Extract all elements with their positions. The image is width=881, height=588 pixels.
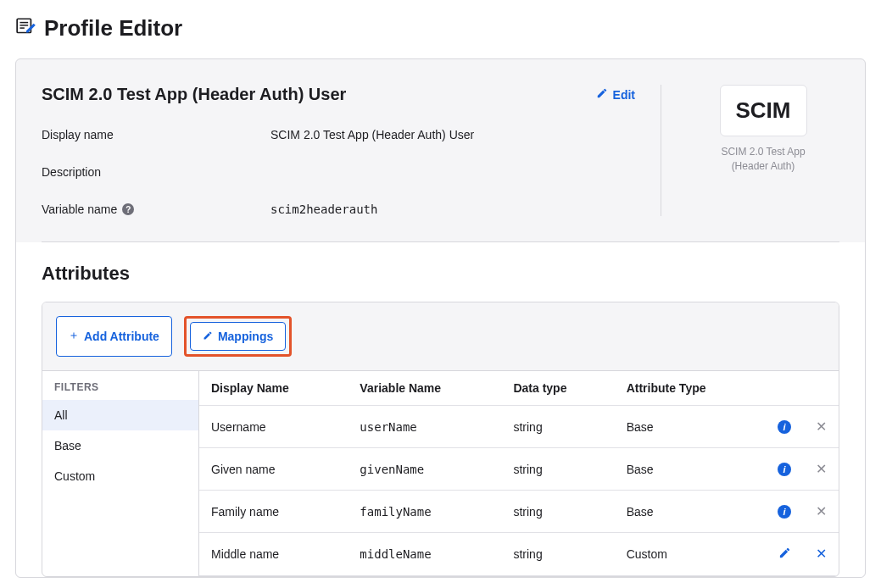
edit-profile-button[interactable]: Edit: [596, 87, 635, 102]
cell-display-name: Given name: [199, 448, 348, 491]
attributes-table: Display Name Variable Name Data type Att…: [199, 371, 839, 576]
col-data-type: Data type: [501, 371, 614, 406]
pencil-icon: [203, 330, 213, 343]
cell-variable-name: middleName: [348, 533, 501, 576]
description-label: Description: [42, 165, 270, 179]
app-logo: SCIM: [720, 85, 807, 136]
info-icon[interactable]: i: [778, 463, 791, 476]
pencil-icon: [596, 87, 608, 102]
close-icon[interactable]: ✕: [816, 547, 827, 561]
variable-name-label: Variable name ?: [42, 202, 270, 216]
info-icon[interactable]: i: [778, 505, 791, 519]
profile-card: SCIM 2.0 Test App (Header Auth) User Edi…: [15, 58, 866, 578]
cell-display-name: Middle name: [199, 533, 348, 576]
cell-attribute-type: Custom: [615, 533, 766, 576]
attributes-heading: Attributes: [42, 263, 839, 285]
pencil-icon[interactable]: [778, 546, 791, 559]
filter-base[interactable]: Base: [42, 430, 198, 461]
table-row[interactable]: Given namegivenNamestringBasei✕: [199, 448, 839, 491]
display-name-value: SCIM 2.0 Test App (Header Auth) User: [270, 128, 635, 141]
page-title: Profile Editor: [44, 15, 182, 42]
filters-label: FILTERS: [42, 371, 198, 400]
attributes-toolbar: Add Attribute Mappings: [42, 302, 839, 371]
close-icon[interactable]: ✕: [816, 463, 827, 476]
cell-display-name: Family name: [199, 491, 348, 533]
filters-sidebar: FILTERS All Base Custom: [42, 371, 199, 576]
table-row[interactable]: Family namefamilyNamestringBasei✕: [199, 491, 839, 533]
col-attribute-type: Attribute Type: [615, 371, 766, 406]
profile-summary: SCIM 2.0 Test App (Header Auth) User Edi…: [16, 59, 865, 241]
filter-custom[interactable]: Custom: [42, 461, 198, 491]
page-header: Profile Editor: [15, 15, 866, 42]
mappings-button[interactable]: Mappings: [190, 322, 286, 351]
col-display-name: Display Name: [199, 371, 348, 406]
table-row[interactable]: Middle namemiddleNamestringCustom✕: [199, 533, 839, 576]
edit-label: Edit: [613, 88, 635, 102]
close-icon[interactable]: ✕: [816, 505, 827, 519]
profile-heading: SCIM 2.0 Test App (Header Auth) User: [42, 85, 346, 104]
cell-attribute-type: Base: [615, 406, 766, 448]
plus-icon: [69, 330, 79, 343]
cell-data-type: string: [501, 406, 614, 448]
attributes-section: Attributes Add Attribute Mappings: [16, 242, 865, 577]
help-icon[interactable]: ?: [122, 203, 134, 215]
cell-data-type: string: [501, 448, 614, 491]
description-value: [270, 165, 635, 179]
cell-data-type: string: [501, 533, 614, 576]
variable-name-value: scim2headerauth: [270, 202, 635, 216]
cell-variable-name: userName: [348, 406, 501, 448]
cell-display-name: Username: [199, 406, 348, 448]
cell-attribute-type: Base: [615, 491, 766, 533]
cell-data-type: string: [501, 491, 614, 533]
col-variable-name: Variable Name: [348, 371, 501, 406]
display-name-label: Display name: [42, 128, 270, 141]
mappings-highlight: Mappings: [184, 316, 292, 357]
info-icon[interactable]: i: [778, 420, 791, 434]
cell-variable-name: familyName: [348, 491, 501, 533]
cell-attribute-type: Base: [615, 448, 766, 491]
table-row[interactable]: UsernameuserNamestringBasei✕: [199, 406, 839, 448]
cell-variable-name: givenName: [348, 448, 501, 491]
profile-editor-icon: [15, 16, 37, 41]
app-caption: SCIM 2.0 Test App (Header Auth): [721, 145, 805, 174]
filter-all[interactable]: All: [42, 400, 198, 430]
add-attribute-button[interactable]: Add Attribute: [56, 316, 172, 357]
attributes-panel: Add Attribute Mappings FILTERS All Base: [42, 302, 839, 577]
close-icon[interactable]: ✕: [816, 420, 827, 434]
